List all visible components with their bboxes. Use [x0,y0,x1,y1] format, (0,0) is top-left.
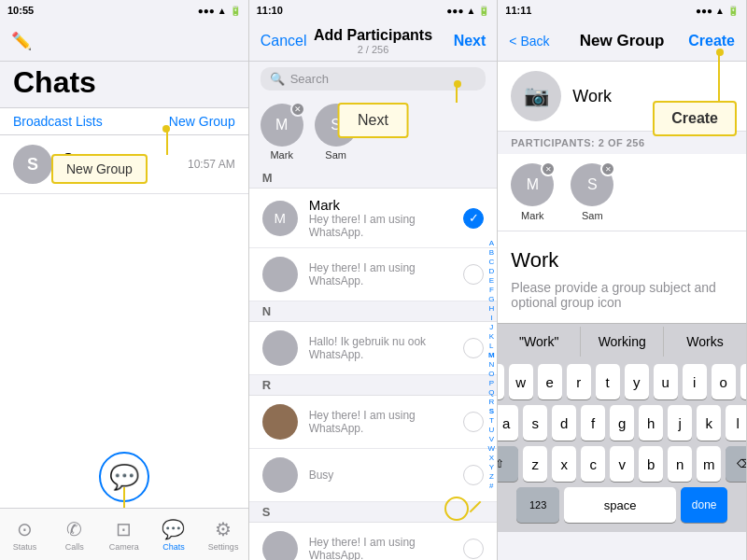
remove-part-mark[interactable]: ✕ [541,161,556,176]
status-s1: Hey there! I am using WhatsApp. [309,536,464,560]
contact-mark[interactable]: M Mark Hey there! I am using WhatsApp. ✓ [249,189,498,248]
pred-works[interactable]: Works [664,327,746,357]
new-group-link[interactable]: New Group [169,114,235,129]
key-y[interactable]: y [625,364,649,399]
key-r[interactable]: r [567,364,591,399]
contact-r1[interactable]: Hey there! I am using WhatsApp. [249,396,498,449]
key-s[interactable]: s [523,405,547,441]
key-o[interactable]: o [712,364,736,399]
signal-icon-2: ●●● [446,6,463,16]
check-s1[interactable] [463,539,484,559]
key-g[interactable]: g [610,405,634,441]
part-name-sam: Sam [582,210,603,221]
info-r1: Hey there! I am using WhatsApp. [309,409,464,435]
selected-mark-label: Mark [270,149,292,161]
back-button[interactable]: < Back [509,34,549,49]
key-t[interactable]: t [596,364,620,399]
chat-time-sam: 10:57 AM [188,158,235,171]
key-l[interactable]: l [726,405,747,441]
next-button[interactable]: Next [454,33,486,49]
avatar-sam: S [13,145,52,184]
modal-group-name: Work [511,245,733,280]
key-p[interactable]: p [740,364,747,399]
tab-calls-label: Calls [65,542,84,552]
key-c[interactable]: c [581,446,605,482]
search-bar: 🔍 Search [249,62,498,96]
key-shift[interactable]: ⇧ [498,446,518,482]
key-k[interactable]: k [697,405,721,441]
key-i[interactable]: i [683,364,707,399]
key-x[interactable]: x [552,446,576,482]
search-placeholder: Search [290,72,329,86]
key-done[interactable]: done [681,487,727,523]
edit-button[interactable]: ✏️ [11,31,32,51]
check-r2[interactable] [463,465,484,485]
contact-n1[interactable]: Hallo! Ik gebruik nu ook WhatsApp. [249,322,498,375]
info-s1: Hey there! I am using WhatsApp. [309,536,464,560]
key-j[interactable]: j [668,405,692,441]
time-1: 10:55 [7,5,34,16]
tab-camera[interactable]: ⊡ Camera [99,518,148,552]
create-button[interactable]: Create [688,33,735,49]
key-space[interactable]: space [564,487,676,523]
cancel-button[interactable]: Cancel [261,33,307,49]
key-v[interactable]: v [610,446,634,482]
selected-sam-label: Sam [325,149,346,161]
key-h[interactable]: h [639,405,663,441]
annotation-dot-1 [162,125,170,133]
key-q[interactable]: q [498,364,503,399]
pred-work-quote[interactable]: "Work" [498,327,581,357]
status-bar-2: 11:10 ●●● ▲ 🔋 [249,0,498,21]
part-mark: M ✕ Mark [511,163,554,221]
key-d[interactable]: d [552,405,576,441]
new-group-panel: 11:11 ●●● ▲ 🔋 < Back New Group Create 📷 … [498,0,747,560]
key-n[interactable]: n [668,446,692,482]
status-icons-1: ●●● ▲ 🔋 [198,6,241,16]
check-n1[interactable] [463,338,484,358]
tab-status[interactable]: ⊙ Status [0,518,49,552]
tab-settings[interactable]: ⚙ Settings [199,518,248,552]
status-icons-2: ●●● ▲ 🔋 [446,6,489,16]
key-f[interactable]: f [581,405,605,441]
avatar-r1 [262,404,298,440]
pred-working[interactable]: Working [581,327,664,357]
wifi-icon-3: ▲ [715,6,725,16]
part-avatar-sam: S ✕ [571,163,613,206]
key-z[interactable]: z [523,446,547,482]
check-r1[interactable] [463,412,484,432]
kb-row-1: q w e r t y u i o p [500,364,743,399]
contact-anon1[interactable]: Hey there! I am using WhatsApp. [249,248,498,301]
section-r: R [249,375,498,396]
camera-avatar-box[interactable]: 📷 [511,71,561,121]
key-w[interactable]: w [509,364,533,399]
key-num[interactable]: 123 [516,487,559,523]
part-avatar-mark: M ✕ [511,163,554,206]
key-e[interactable]: e [538,364,562,399]
tab-calls[interactable]: ✆ Calls [49,518,99,552]
search-icon: 🔍 [270,72,285,86]
check-anon1[interactable] [463,264,484,285]
search-input[interactable]: 🔍 Search [261,67,486,91]
status-bar-3: 11:11 ●●● ▲ 🔋 [498,0,746,21]
annotation-line-chats [123,487,125,508]
chats-header: Chats [0,62,248,107]
tab-chats[interactable]: 💬 Chats [148,518,198,552]
check-mark[interactable]: ✓ [463,208,484,229]
broadcast-lists-link[interactable]: Broadcast Lists [13,114,103,129]
key-a[interactable]: a [498,405,518,441]
key-b[interactable]: b [639,446,663,482]
kb-row-4: 123 space done [500,487,743,523]
status-n1: Hallo! Ik gebruik nu ook WhatsApp. [309,335,464,361]
contact-s1[interactable]: Hey there! I am using WhatsApp. [249,523,498,560]
status-anon1: Hey there! I am using WhatsApp. [309,261,464,287]
remove-part-sam[interactable]: ✕ [600,161,615,176]
key-delete[interactable]: ⌫ [726,446,747,482]
remove-mark-btn[interactable]: ✕ [290,102,305,117]
participants-count: 2 / 256 [314,44,432,55]
battery-icon-2: 🔋 [478,6,489,16]
contact-r2[interactable]: Busy [249,449,498,502]
key-u[interactable]: u [654,364,678,399]
key-m[interactable]: m [697,446,721,482]
avatar-s1 [262,531,298,560]
chats-nav: ✏️ [0,21,248,62]
